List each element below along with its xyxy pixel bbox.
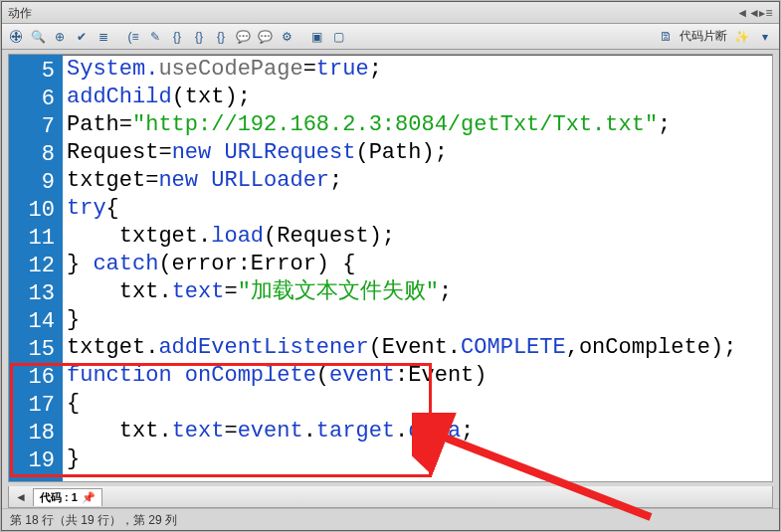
- code-line[interactable]: addChild(txt);: [67, 85, 768, 112]
- line-number: 19: [9, 446, 63, 474]
- code-line[interactable]: txtget.addEventListener(Event.COMPLETE,o…: [67, 335, 768, 363]
- collapse-braces-button[interactable]: {}: [167, 27, 187, 47]
- script-tab[interactable]: 代码 : 1 📌: [33, 488, 102, 506]
- line-number: 9: [9, 168, 63, 196]
- code-line[interactable]: Path="http://192.168.2.3:8084/getTxt/Txt…: [67, 112, 768, 140]
- menu-icon[interactable]: ▸≡: [759, 6, 773, 20]
- code-line[interactable]: Request=new URLRequest(Path);: [67, 140, 768, 168]
- autoformat-button[interactable]: ≣: [94, 27, 113, 47]
- code-content[interactable]: System.useCodePage=true;addChild(txt);Pa…: [63, 55, 772, 481]
- code-line[interactable]: }: [67, 307, 768, 335]
- code-editor[interactable]: 5678910111213141516171819 System.useCode…: [8, 54, 773, 482]
- collapse-icon[interactable]: ◄◄: [741, 6, 755, 20]
- debug-button-1[interactable]: 💬: [233, 27, 253, 47]
- codehint-button[interactable]: (≡: [123, 27, 143, 47]
- add-button[interactable]: 🕀: [6, 27, 26, 47]
- code-line[interactable]: txt.text="加载文本文件失败";: [67, 279, 768, 307]
- code-line[interactable]: txt.text=event.target.data;: [67, 419, 768, 446]
- line-number: 13: [9, 279, 63, 307]
- debug-options-button[interactable]: ⚙: [277, 27, 296, 47]
- code-line[interactable]: }: [67, 446, 768, 474]
- code-line[interactable]: try{: [67, 196, 768, 224]
- script-tab-label: 代码 : 1: [40, 490, 78, 505]
- snippet-icon[interactable]: 🖺: [656, 27, 676, 47]
- code-line[interactable]: {: [67, 391, 768, 419]
- panel-header: 动作 ◄◄ ▸≡: [2, 2, 779, 24]
- line-number: 14: [9, 307, 63, 335]
- cursor-position-status: 第 18 行（共 19 行），第 29 列: [10, 513, 177, 527]
- check-syntax-button[interactable]: ✔: [72, 27, 92, 47]
- snippet-label[interactable]: 代码片断: [680, 28, 727, 45]
- code-line[interactable]: System.useCodePage=true;: [67, 57, 768, 85]
- pin-icon[interactable]: 📌: [82, 491, 96, 504]
- find-button[interactable]: 🔍: [28, 27, 48, 47]
- line-number: 18: [9, 419, 63, 446]
- comment-button[interactable]: ✎: [145, 27, 165, 47]
- code-line[interactable]: function onComplete(event:Event): [67, 363, 768, 391]
- debug-button-2[interactable]: 💬: [255, 27, 275, 47]
- expand-braces-button[interactable]: {}: [189, 27, 209, 47]
- line-number: 5: [9, 57, 63, 85]
- target-button[interactable]: ⊕: [50, 27, 70, 47]
- script-tab-bar: ◄ 代码 : 1 📌: [8, 486, 773, 508]
- line-number: 12: [9, 252, 63, 279]
- editor-toolbar: 🕀 🔍 ⊕ ✔ ≣ (≡ ✎ {} {} {} 💬 💬 ⚙ ▣ ▢ 🖺 代码片断…: [2, 24, 779, 50]
- code-line[interactable]: } catch(error:Error) {: [67, 252, 768, 279]
- navigate-button[interactable]: ▣: [306, 27, 326, 47]
- actions-panel: 动作 ◄◄ ▸≡ 🕀 🔍 ⊕ ✔ ≣ (≡ ✎ {} {} {} 💬 💬 ⚙ ▣…: [1, 1, 780, 531]
- line-number-gutter: 5678910111213141516171819: [9, 55, 63, 481]
- wand-button[interactable]: ✨: [731, 27, 751, 47]
- collapse-all-button[interactable]: {}: [211, 27, 231, 47]
- line-number: 6: [9, 85, 63, 112]
- line-number: 17: [9, 391, 63, 419]
- code-line[interactable]: txtget=new URLLoader;: [67, 168, 768, 196]
- code-line[interactable]: txtget.load(Request);: [67, 224, 768, 252]
- tabbar-prev-button[interactable]: ◄: [13, 489, 29, 505]
- line-number: 8: [9, 140, 63, 168]
- line-number: 15: [9, 335, 63, 363]
- toolbar-dropdown-button[interactable]: ▾: [755, 27, 775, 47]
- new-script-button[interactable]: ▢: [328, 27, 348, 47]
- line-number: 16: [9, 363, 63, 391]
- line-number: 10: [9, 196, 63, 224]
- status-bar: 第 18 行（共 19 行），第 29 列: [2, 508, 779, 530]
- line-number: 11: [9, 224, 63, 252]
- panel-title: 动作: [8, 2, 32, 24]
- line-number: 7: [9, 112, 63, 140]
